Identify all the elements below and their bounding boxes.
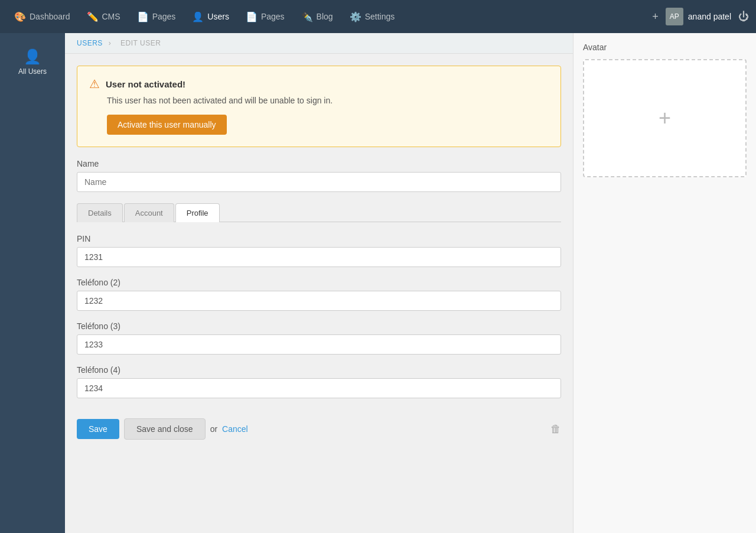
power-icon[interactable]: ⏻ (738, 11, 749, 23)
sidebar: 👤 All Users (0, 33, 65, 533)
warning-icon: ⚠ (89, 77, 100, 91)
nav-dashboard-label: Dashboard (30, 12, 70, 21)
telefono4-field-group: Teléfono (4) (77, 365, 561, 398)
cms-icon: ✏️ (87, 11, 99, 22)
breadcrumb-separator: › (109, 39, 112, 47)
edit-area: ⚠ User not activated! This user has not … (65, 54, 573, 451)
nav-pages2[interactable]: 📄 Pages (239, 6, 292, 27)
nav-pages1[interactable]: 📄 Pages (130, 6, 183, 27)
top-nav: 🎨 Dashboard ✏️ CMS 📄 Pages 👤 Users 📄 Pag… (0, 0, 756, 33)
pin-input[interactable] (77, 247, 561, 267)
sidebar-item-label: All Users (18, 67, 47, 76)
nav-blog-label: Blog (317, 12, 333, 21)
alert-warning: ⚠ User not activated! This user has not … (77, 66, 561, 147)
app-body: 👤 All Users USERS › EDIT USER ⚠ User not… (0, 33, 756, 533)
user-name: anand patel (688, 12, 731, 21)
telefono2-input[interactable] (77, 291, 561, 311)
avatar-plus-icon: + (659, 106, 671, 131)
telefono3-input[interactable] (77, 334, 561, 355)
save-button[interactable]: Save (77, 419, 119, 439)
cancel-link[interactable]: Cancel (222, 424, 248, 434)
alert-message: This user has not been activated and wil… (89, 96, 549, 105)
activate-user-button[interactable]: Activate this user manually (107, 115, 227, 135)
nav-settings-label: Settings (365, 12, 395, 21)
name-field-group: Name (77, 159, 561, 192)
pages1-icon: 📄 (137, 11, 149, 22)
avatar-panel: Avatar + (573, 33, 756, 533)
nav-users[interactable]: 👤 Users (185, 6, 236, 27)
all-users-icon: 👤 (24, 48, 41, 65)
name-label: Name (77, 159, 561, 168)
user-avatar-small: AP (666, 8, 683, 25)
nav-users-label: Users (207, 12, 229, 21)
telefono2-label: Teléfono (2) (77, 278, 561, 287)
nav-cms-label: CMS (102, 12, 120, 21)
nav-plus-icon[interactable]: + (652, 11, 659, 23)
save-close-button[interactable]: Save and close (124, 418, 206, 440)
nav-settings[interactable]: ⚙️ Settings (343, 6, 402, 27)
nav-blog[interactable]: ✒️ Blog (294, 6, 340, 27)
pin-label: PIN (77, 234, 561, 243)
nav-cms[interactable]: ✏️ CMS (80, 6, 128, 27)
name-input[interactable] (77, 172, 561, 192)
tab-details[interactable]: Details (77, 203, 123, 222)
alert-header: ⚠ User not activated! (89, 77, 549, 91)
pin-field-group: PIN (77, 234, 561, 267)
breadcrumb-parent[interactable]: USERS (77, 39, 103, 47)
telefono4-label: Teléfono (4) (77, 365, 561, 375)
breadcrumb-current: EDIT USER (120, 39, 161, 47)
nav-right: + AP anand patel ⏻ (652, 8, 749, 25)
delete-button[interactable]: 🗑 (550, 423, 561, 436)
nav-pages1-label: Pages (152, 12, 176, 21)
nav-user[interactable]: AP anand patel (666, 8, 731, 25)
telefono2-field-group: Teléfono (2) (77, 278, 561, 311)
telefono3-label: Teléfono (3) (77, 321, 561, 331)
nav-pages2-label: Pages (261, 12, 285, 21)
avatar-panel-title: Avatar (583, 43, 747, 52)
breadcrumb: USERS › EDIT USER (65, 33, 573, 54)
blog-icon: ✒️ (301, 11, 313, 22)
cancel-prefix: or (210, 424, 217, 434)
alert-title: User not activated! (106, 79, 185, 89)
form-actions: Save Save and close or Cancel 🗑 (77, 412, 561, 440)
telefono3-field-group: Teléfono (3) (77, 321, 561, 355)
dashboard-icon: 🎨 (14, 11, 26, 22)
tabs: Details Account Profile (77, 203, 561, 222)
tab-profile[interactable]: Profile (175, 203, 220, 222)
pages2-icon: 📄 (246, 11, 258, 22)
telefono4-input[interactable] (77, 378, 561, 398)
tab-account[interactable]: Account (124, 203, 174, 222)
users-icon: 👤 (192, 11, 204, 22)
sidebar-item-all-users[interactable]: 👤 All Users (0, 40, 65, 84)
nav-dashboard[interactable]: 🎨 Dashboard (7, 6, 77, 27)
avatar-upload-area[interactable]: + (583, 59, 747, 177)
settings-icon: ⚙️ (350, 11, 361, 22)
main-content: USERS › EDIT USER ⚠ User not activated! … (65, 33, 573, 533)
